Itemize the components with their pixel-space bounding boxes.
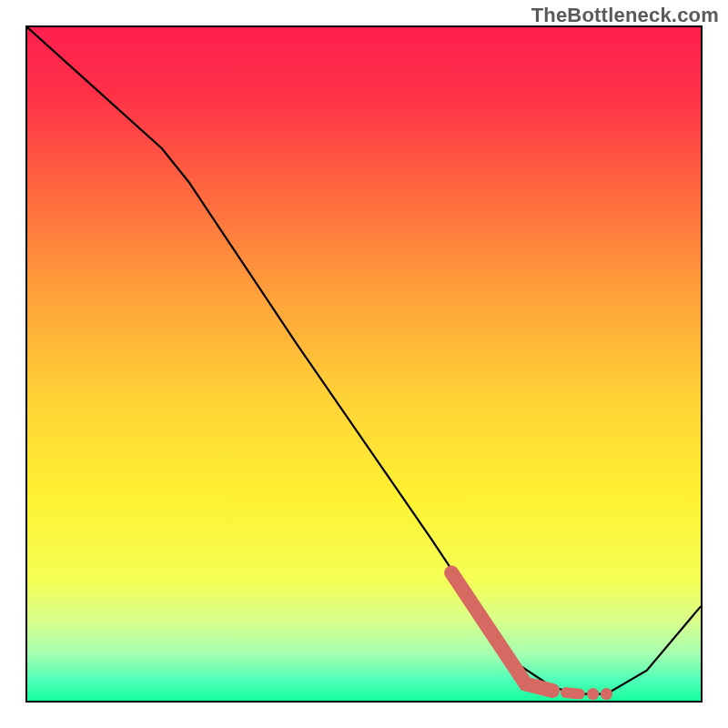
svg-line-1 <box>566 693 580 693</box>
highlight-dots <box>566 688 612 700</box>
curve-line <box>27 27 701 694</box>
watermark-label: TheBottleneck.com <box>531 4 719 27</box>
plot-area <box>25 25 703 703</box>
svg-point-3 <box>601 688 612 700</box>
chart-canvas: TheBottleneck.com <box>0 0 728 728</box>
data-overlay <box>27 27 701 701</box>
highlight-segment <box>451 572 552 691</box>
svg-point-2 <box>587 688 599 700</box>
